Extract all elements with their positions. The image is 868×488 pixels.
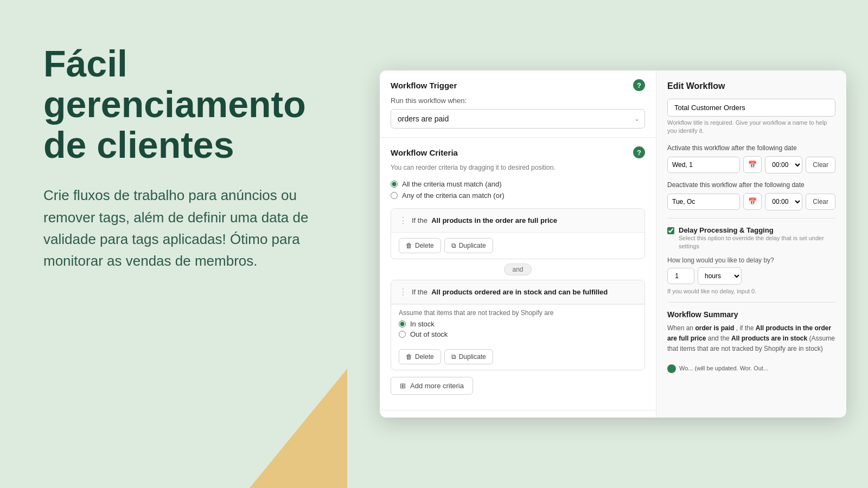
delay-checkbox[interactable] [667,227,674,234]
criteria-card-1-title: If the All products in the order are ful… [412,216,637,224]
workflow-main: Workflow Trigger ? Run this workflow whe… [380,70,656,418]
stock-radios: Assume that items that are not tracked b… [391,304,644,344]
in-stock-radio[interactable] [399,320,406,328]
hero-title: Fácil gerenciamento de clientes [43,43,336,165]
trigger-select-wrapper: orders are paid orders are fulfilled cus… [391,109,645,129]
criteria-section-header: Workflow Criteria ? [380,138,656,164]
deactivate-date-row: 📅 00:00 Clear [667,193,835,210]
summary-title: Workflow Summary [667,310,835,319]
criteria-match-any-radio[interactable] [391,192,398,199]
decorative-triangle [250,369,347,488]
and-pill-label: and [504,264,531,275]
trigger-section-header: Workflow Trigger ? [380,70,656,97]
summary-bullet: Wo... (will be updated. Wor. Out... [667,364,835,373]
criteria-card-2-title: If the All products ordered are in stock… [412,288,637,296]
criteria-card-1-header: ⋮ If the All products in the order are f… [391,209,644,233]
trigger-select[interactable]: orders are paid orders are fulfilled cus… [391,109,645,129]
left-panel: Fácil gerenciamento de clientes Crie flu… [0,0,380,488]
criteria-drag-icon[interactable]: ⋮ [399,215,407,226]
deactivate-time-select[interactable]: 00:00 [765,193,802,210]
criteria-1-delete-button[interactable]: 🗑 Delete [399,238,441,253]
delay-question: How long would you like to delay by? [667,256,835,264]
divider-2 [667,302,835,303]
delay-checkbox-row: Delay Processing & Tagging Select this o… [667,226,835,251]
activate-label: Activate this workflow after the followi… [667,144,835,152]
deactivate-label: Deactivate this workflow after the follo… [667,181,835,189]
trash-icon: 🗑 [406,242,412,249]
criteria-card-2: ⋮ If the All products ordered are in sto… [391,280,645,370]
bullet-dot-icon [667,364,676,373]
workflow-container: Workflow Trigger ? Run this workflow whe… [380,70,846,418]
criteria-help-icon[interactable]: ? [633,146,645,158]
out-of-stock-radio[interactable] [399,331,406,338]
criteria-desc: You can reorder criteria by dragging it … [380,164,656,178]
right-panel: Workflow Trigger ? Run this workflow whe… [380,0,868,488]
activate-time-select[interactable]: 00:00 [765,156,802,174]
divider-1 [667,218,835,219]
delay-value-input[interactable] [667,268,694,284]
criteria-2-drag-icon[interactable]: ⋮ [399,287,407,297]
criteria-1-duplicate-button[interactable]: ⧉ Duplicate [444,238,493,253]
criteria-card-1: ⋮ If the All products in the order are f… [391,208,645,259]
trigger-section: Workflow Trigger ? Run this workflow whe… [380,70,656,138]
and-badge: and [391,264,645,275]
summary-bullet-text: Wo... (will be updated. Wor. Out... [679,364,768,373]
criteria-2-delete-button[interactable]: 🗑 Delete [399,349,441,364]
trigger-help-icon[interactable]: ? [633,79,645,91]
duplicate-2-icon: ⧉ [451,353,456,361]
activate-calendar-icon[interactable]: 📅 [743,156,762,173]
criteria-2-duplicate-button[interactable]: ⧉ Duplicate [444,349,493,364]
deactivate-calendar-icon[interactable]: 📅 [743,193,762,210]
criteria-card-1-actions: 🗑 Delete ⧉ Duplicate [391,233,644,259]
add-tags-section: Add tags when the workflow matches ? Fix… [380,410,656,418]
delay-row: hours minutes days [667,267,835,285]
delay-desc: Select this option to override the delay… [679,234,835,251]
delay-hint: If you would like no delay, input 0. [667,288,835,294]
deactivate-date-input[interactable] [667,194,740,210]
criteria-match-any[interactable]: Any of the criteria can match (or) [391,191,645,200]
criteria-match-all[interactable]: All the criteria must match (and) [391,180,645,188]
trash-2-icon: 🗑 [406,353,412,361]
duplicate-icon: ⧉ [451,242,456,249]
add-criteria-button[interactable]: ⊞ Add more criteria [391,377,473,395]
out-of-stock-option[interactable]: Out of stock [399,330,637,338]
activate-date-row: 📅 00:00 Clear [667,156,835,174]
edit-workflow-panel: Edit Workflow Workflow title is required… [656,70,846,418]
deactivate-date-section: Deactivate this workflow after the follo… [667,181,835,210]
activate-clear-button[interactable]: Clear [806,157,835,173]
delay-unit-select[interactable]: hours minutes days [698,267,742,285]
assume-label: Assume that items that are not tracked b… [399,309,637,317]
trigger-run-label: Run this workflow when: [380,97,656,109]
criteria-title: Workflow Criteria [391,148,458,157]
workflow-title-hint: Workflow title is required. Give your wo… [667,119,835,136]
activate-date-input[interactable] [667,157,740,173]
criteria-match-group: All the criteria must match (and) Any of… [380,178,656,204]
criteria-match-all-radio[interactable] [391,181,398,188]
workflow-title-input[interactable] [667,99,835,117]
criteria-card-2-header: ⋮ If the All products ordered are in sto… [391,280,644,304]
delay-label-group: Delay Processing & Tagging Select this o… [679,226,835,251]
deactivate-clear-button[interactable]: Clear [806,194,835,210]
delay-title: Delay Processing & Tagging [679,226,835,234]
add-criteria-icon: ⊞ [400,382,406,390]
criteria-section: Workflow Criteria ? You can reorder crit… [380,138,656,410]
summary-text: When an order is paid , if the All produ… [667,323,835,355]
activate-date-section: Activate this workflow after the followi… [667,144,835,174]
hero-subtitle: Crie fluxos de trabalho para anúncios ou… [43,184,336,272]
criteria-card-2-actions: 🗑 Delete ⧉ Duplicate [391,344,644,370]
edit-workflow-title: Edit Workflow [667,81,835,91]
in-stock-option[interactable]: In stock [399,320,637,328]
trigger-title: Workflow Trigger [391,81,457,90]
